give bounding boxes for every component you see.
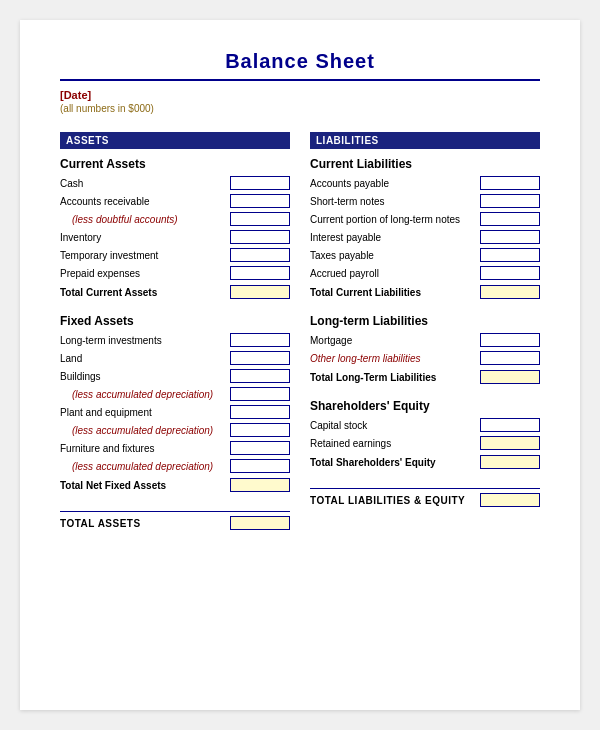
- furniture-depr-input[interactable]: [230, 459, 290, 473]
- list-item: Inventory: [60, 229, 290, 245]
- list-item: Land: [60, 350, 290, 366]
- list-item: Accounts payable: [310, 175, 540, 191]
- fixed-assets-section: Fixed Assets Long-term investments Land …: [60, 314, 290, 493]
- accrued-payroll-input[interactable]: [480, 266, 540, 280]
- list-item: (less accumulated depreciation): [60, 386, 290, 402]
- item-label: Plant and equipment: [60, 407, 230, 418]
- list-item: Plant and equipment: [60, 404, 290, 420]
- item-label: Interest payable: [310, 232, 480, 243]
- total-longterm-liab-row: Total Long-Term Liabilities: [310, 369, 540, 385]
- total-label: Total Current Assets: [60, 287, 230, 298]
- list-item: Current portion of long-term notes: [310, 211, 540, 227]
- list-item: (less accumulated depreciation): [60, 458, 290, 474]
- list-item: (less doubtful accounts): [60, 211, 290, 227]
- total-liab-equity-input[interactable]: [480, 493, 540, 507]
- land-input[interactable]: [230, 351, 290, 365]
- capital-stock-input[interactable]: [480, 418, 540, 432]
- interest-payable-input[interactable]: [480, 230, 540, 244]
- buildings-depr-input[interactable]: [230, 387, 290, 401]
- other-lt-liab-input[interactable]: [480, 351, 540, 365]
- total-current-liab-input[interactable]: [480, 285, 540, 299]
- item-label: Taxes payable: [310, 250, 480, 261]
- total-lt-liab-input[interactable]: [480, 370, 540, 384]
- balance-sheet-page: Balance Sheet [Date] (all numbers in $00…: [20, 20, 580, 710]
- longterm-investments-input[interactable]: [230, 333, 290, 347]
- assets-header: ASSETS: [60, 132, 290, 149]
- total-label: Total Shareholders' Equity: [310, 457, 480, 468]
- total-current-liab-row: Total Current Liabilities: [310, 284, 540, 300]
- equity-title: Shareholders' Equity: [310, 399, 540, 413]
- total-current-assets-row: Total Current Assets: [60, 284, 290, 300]
- item-label: Retained earnings: [310, 438, 480, 449]
- current-liab-title: Current Liabilities: [310, 157, 540, 171]
- doubtful-accounts-input[interactable]: [230, 212, 290, 226]
- equity-section: Shareholders' Equity Capital stock Retai…: [310, 399, 540, 470]
- total-label: Total Long-Term Liabilities: [310, 372, 480, 383]
- item-label: Inventory: [60, 232, 230, 243]
- total-assets-row: TOTAL ASSETS: [60, 511, 290, 530]
- total-assets-input[interactable]: [230, 516, 290, 530]
- accounts-receivable-input[interactable]: [230, 194, 290, 208]
- longterm-liab-title: Long-term Liabilities: [310, 314, 540, 328]
- current-lt-notes-input[interactable]: [480, 212, 540, 226]
- list-item: Furniture and fixtures: [60, 440, 290, 456]
- item-label: Accrued payroll: [310, 268, 480, 279]
- fixed-assets-title: Fixed Assets: [60, 314, 290, 328]
- page-title: Balance Sheet: [60, 50, 540, 73]
- accounts-payable-input[interactable]: [480, 176, 540, 190]
- short-term-notes-input[interactable]: [480, 194, 540, 208]
- item-label-indented: (less accumulated depreciation): [60, 461, 230, 472]
- total-label: Total Net Fixed Assets: [60, 480, 230, 491]
- list-item: Buildings: [60, 368, 290, 384]
- item-label: Accounts receivable: [60, 196, 230, 207]
- list-item: Temporary investment: [60, 247, 290, 263]
- item-label: Other long-term liabilities: [310, 353, 480, 364]
- date-label: [Date]: [60, 89, 540, 101]
- inventory-input[interactable]: [230, 230, 290, 244]
- total-label: Total Current Liabilities: [310, 287, 480, 298]
- list-item: Long-term investments: [60, 332, 290, 348]
- list-item: Accounts receivable: [60, 193, 290, 209]
- item-label: Current portion of long-term notes: [310, 214, 480, 225]
- liabilities-header: LIABILITIES: [310, 132, 540, 149]
- retained-earnings-input[interactable]: [480, 436, 540, 450]
- item-label: Furniture and fixtures: [60, 443, 230, 454]
- buildings-input[interactable]: [230, 369, 290, 383]
- item-label: Buildings: [60, 371, 230, 382]
- taxes-payable-input[interactable]: [480, 248, 540, 262]
- total-liab-equity-label: TOTAL LIABILITIES & EQUITY: [310, 495, 465, 506]
- temp-investment-input[interactable]: [230, 248, 290, 262]
- cash-input[interactable]: [230, 176, 290, 190]
- item-label: Mortgage: [310, 335, 480, 346]
- item-label-indented: (less accumulated depreciation): [60, 425, 230, 436]
- total-current-assets-input[interactable]: [230, 285, 290, 299]
- list-item: (less accumulated depreciation): [60, 422, 290, 438]
- list-item: Short-term notes: [310, 193, 540, 209]
- plant-input[interactable]: [230, 405, 290, 419]
- item-label: Capital stock: [310, 420, 480, 431]
- list-item: Interest payable: [310, 229, 540, 245]
- total-fixed-assets-input[interactable]: [230, 478, 290, 492]
- prepaid-expenses-input[interactable]: [230, 266, 290, 280]
- current-assets-title: Current Assets: [60, 157, 290, 171]
- list-item: Prepaid expenses: [60, 265, 290, 281]
- item-label-indented: (less accumulated depreciation): [60, 389, 230, 400]
- total-assets-label: TOTAL ASSETS: [60, 518, 141, 529]
- numbers-note: (all numbers in $000): [60, 103, 540, 114]
- list-item: Cash: [60, 175, 290, 191]
- list-item: Capital stock: [310, 417, 540, 433]
- item-label: Land: [60, 353, 230, 364]
- list-item: Retained earnings: [310, 435, 540, 451]
- item-label: Cash: [60, 178, 230, 189]
- list-item: Other long-term liabilities: [310, 350, 540, 366]
- longterm-liab-section: Long-term Liabilities Mortgage Other lon…: [310, 314, 540, 385]
- item-label: Long-term investments: [60, 335, 230, 346]
- furniture-input[interactable]: [230, 441, 290, 455]
- plant-depr-input[interactable]: [230, 423, 290, 437]
- total-equity-input[interactable]: [480, 455, 540, 469]
- title-section: Balance Sheet: [60, 50, 540, 73]
- columns-wrapper: ASSETS Current Assets Cash Accounts rece…: [60, 132, 540, 530]
- mortgage-input[interactable]: [480, 333, 540, 347]
- title-divider: [60, 79, 540, 81]
- total-equity-row: Total Shareholders' Equity: [310, 454, 540, 470]
